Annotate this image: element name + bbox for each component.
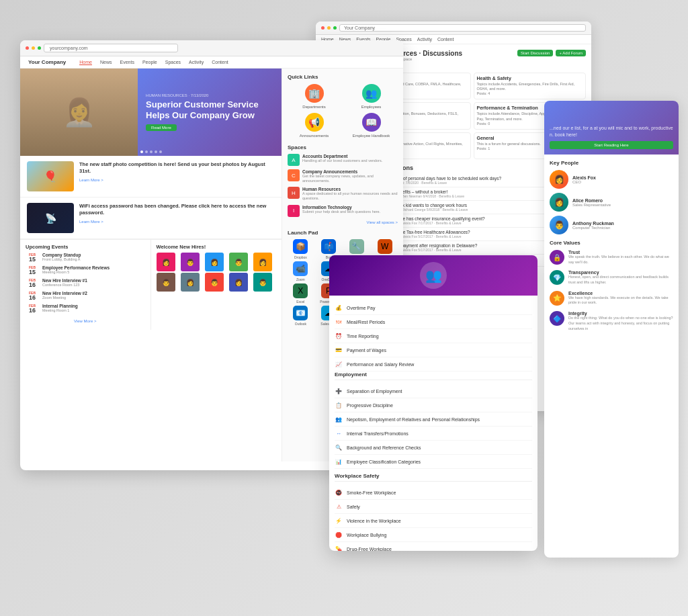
hr-nav-content[interactable]: Content xyxy=(437,37,454,42)
intranet-nav-content[interactable]: Content xyxy=(212,60,228,64)
ws-item-4[interactable]: 💊 Drug-Free Workplace xyxy=(335,542,532,551)
hire-avatar-1[interactable]: 👨 xyxy=(181,253,200,271)
browser-close-dot[interactable] xyxy=(321,26,325,30)
quick-link-departments[interactable]: 🏢 Departments xyxy=(288,84,341,109)
outlook-icon: 📧 xyxy=(293,306,308,320)
start-reading-button[interactable]: Start Reading Here xyxy=(550,141,673,149)
quick-link-handbook[interactable]: 📖 Employee Handbook xyxy=(345,113,398,138)
launch-dropbox[interactable]: 📦 Dropbox xyxy=(288,239,314,259)
emp-item-3[interactable]: ↔ Internal Transfers/Promotions xyxy=(335,427,532,441)
hire-avatar-0[interactable]: 👩 xyxy=(157,253,175,271)
launch-excel[interactable]: X Excel xyxy=(288,283,314,304)
events-section-title: Upcoming Events xyxy=(26,244,145,250)
emp-header-icon: 👥 xyxy=(420,262,447,289)
browser-minimize-dot[interactable] xyxy=(327,26,331,30)
quick-link-hb-label: Employee Handbook xyxy=(353,134,390,138)
event-name-0: Company Standup xyxy=(42,253,145,257)
key-person-0[interactable]: 👩 Alexis Fox CEO xyxy=(550,170,673,189)
emp-item-text-3: Internal Transfers/Promotions xyxy=(347,431,408,436)
trust-icon: 🔒 xyxy=(550,250,564,265)
news-link-1[interactable]: Learn More > xyxy=(79,220,103,224)
emp-item-0[interactable]: ➕ Separation of Employment xyxy=(335,384,532,398)
space-accounts[interactable]: A Accounts Department Handling all of ou… xyxy=(288,154,398,166)
view-more-events[interactable]: View More > xyxy=(26,316,145,326)
key-person-1[interactable]: 👩 Alice Romero Sales Representative xyxy=(550,193,673,212)
intranet-browser-bar: yourcompany.com xyxy=(20,40,403,56)
hire-avatar-2[interactable]: 👩 xyxy=(205,253,224,271)
start-discussion-button[interactable]: Start Discussion xyxy=(517,50,553,56)
category-health[interactable]: Health & Safety Topics include Accidents… xyxy=(474,73,587,99)
transparency-name: Transparency xyxy=(568,270,673,275)
slider-dot-3[interactable] xyxy=(150,150,153,153)
space-it-desc: Submit your help desk and tech questions… xyxy=(302,210,380,214)
space-company-ann[interactable]: C Company Announcements Get the latest c… xyxy=(288,169,398,183)
person-name-2: Anthony Ruckman xyxy=(572,221,614,226)
hire-avatar-4[interactable]: 👩 xyxy=(253,253,272,271)
intranet-nav-people[interactable]: People xyxy=(142,60,157,64)
hire-avatar-7[interactable]: 👨 xyxy=(205,273,224,292)
slider-dot-1[interactable] xyxy=(140,150,143,153)
emp-item-1[interactable]: 📋 Progressive Discipline xyxy=(335,398,532,412)
launch-outlook[interactable]: 📧 Outlook xyxy=(288,306,314,326)
intranet-nav-home[interactable]: Home xyxy=(79,60,92,65)
screenshot-container: Your Company Home News Events People Spa… xyxy=(0,0,688,616)
emp-extra-1[interactable]: 🍽 Meal/Rest Periods xyxy=(335,315,532,329)
space-hr[interactable]: H Human Resources A space dedicated to a… xyxy=(288,187,398,201)
key-people-title: Key People xyxy=(550,160,673,166)
emp-header: 👥 xyxy=(329,255,538,296)
hire-avatar-6[interactable]: 👩 xyxy=(181,273,200,292)
ws-item-2[interactable]: ⚡ Violence in the Workplace xyxy=(335,514,532,528)
person-role-2: Computer Technician xyxy=(572,226,614,230)
company-ann-space-icon: C xyxy=(288,169,300,181)
hire-avatar-3[interactable]: 👨 xyxy=(229,253,248,271)
ws-item-0[interactable]: 🚭 Smoke-Free Workplace xyxy=(335,486,532,500)
news-thumb-1: 📡 xyxy=(27,203,74,233)
intranet-nav-events[interactable]: Events xyxy=(120,60,134,64)
event-day-1: 15 xyxy=(26,269,39,275)
person-avatar-0: 👩 xyxy=(550,170,568,189)
hr-nav-activity[interactable]: Activity xyxy=(417,37,432,42)
intranet-nav-activity[interactable]: Activity xyxy=(189,60,204,64)
event-name-3: New Hire Interview #2 xyxy=(42,291,145,296)
intranet-nav-spaces[interactable]: Spaces xyxy=(165,60,181,64)
key-person-2[interactable]: 👨 Anthony Ruckman Computer Technician xyxy=(550,216,673,234)
quick-links-grid: 🏢 Departments 👥 Employees 📢 Announcement… xyxy=(288,84,398,138)
hero-read-more-button[interactable]: Read More xyxy=(146,124,177,131)
emp-item-2[interactable]: 👥 Nepotism, Employment of Relatives and … xyxy=(335,412,532,427)
emp-extra-3[interactable]: 💳 Payment of Wages xyxy=(335,343,532,357)
ws-item-3[interactable]: 🛑 Workplace Bullying xyxy=(335,528,532,542)
add-forum-button[interactable]: + Add Forum xyxy=(556,50,586,56)
event-name-1: Employee Performance Reviews xyxy=(42,265,145,270)
hire-avatar-5[interactable]: 👨 xyxy=(157,273,175,292)
event-4: FEB 16 Internal Planning Meeting Room 1 xyxy=(26,304,145,314)
hire-avatar-8[interactable]: 👩 xyxy=(229,273,248,292)
transparency-icon: 💎 xyxy=(550,270,564,285)
browser-maximize-dot[interactable] xyxy=(333,26,337,30)
emp-item-5[interactable]: 📊 Employee Classification Categories xyxy=(335,455,532,469)
quick-link-announcements[interactable]: 📢 Announcements xyxy=(288,113,341,138)
emp-extra-4[interactable]: 📈 Performance and Salary Review xyxy=(335,357,532,371)
slider-dot-2[interactable] xyxy=(145,150,148,153)
launch-zoom[interactable]: 📹 Zoom xyxy=(288,261,314,281)
news-thumb-0: 🎈 xyxy=(27,161,74,191)
intranet-minimize-dot[interactable] xyxy=(32,46,35,50)
zoom-icon: 📹 xyxy=(293,261,308,276)
intranet-maximize-dot[interactable] xyxy=(38,46,41,50)
ws-item-1[interactable]: ⚠ Safety xyxy=(335,500,532,514)
meal-icon: 🍽 xyxy=(335,318,343,326)
slider-dot-5[interactable] xyxy=(159,150,162,153)
quick-link-employees[interactable]: 👥 Employees xyxy=(345,84,398,109)
intranet-close-dot[interactable] xyxy=(26,46,29,50)
event-2: FEB 16 New Hire Interview #1 Conference … xyxy=(26,278,145,288)
intranet-url-bar[interactable]: yourcompany.com xyxy=(44,44,178,52)
emp-extra-0[interactable]: 💰 Overtime Pay xyxy=(335,301,532,315)
emp-item-text-5: Employee Classification Categories xyxy=(347,459,421,464)
hire-avatar-9[interactable]: 👨 xyxy=(253,273,272,292)
news-link-0[interactable]: Learn More > xyxy=(79,178,103,182)
view-all-spaces[interactable]: View all spaces > xyxy=(288,220,398,224)
emp-item-4[interactable]: 🔍 Background and Reference Checks xyxy=(335,441,532,455)
space-it[interactable]: I Information Technology Submit your hel… xyxy=(288,205,398,217)
intranet-nav-news[interactable]: News xyxy=(100,60,112,64)
emp-extra-2[interactable]: ⏰ Time Reporting xyxy=(335,329,532,343)
slider-dot-4[interactable] xyxy=(155,150,157,153)
